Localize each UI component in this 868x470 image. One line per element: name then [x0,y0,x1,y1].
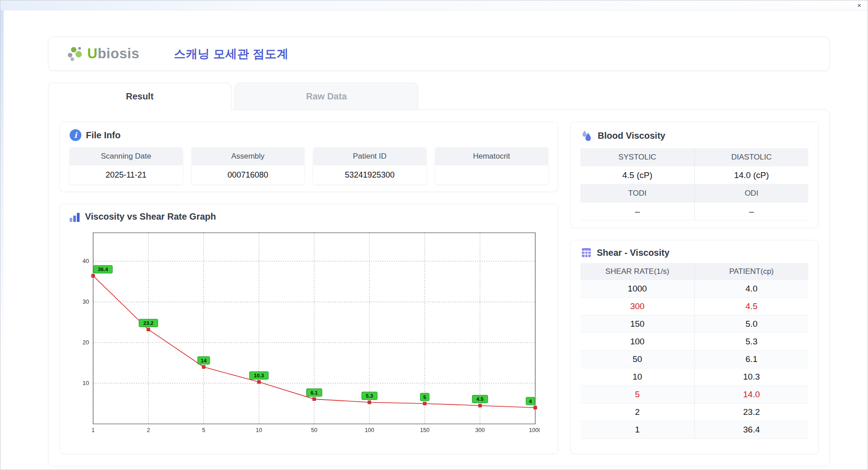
svg-text:14: 14 [201,358,207,363]
shear-rate-cell: 2 [580,404,695,421]
app-header-card: Ubiosis 스캐닝 모세관 점도계 [48,37,830,71]
tab-raw-data[interactable]: Raw Data [235,83,418,110]
svg-text:20: 20 [83,339,89,346]
blood-viscosity-header-cell: TODI [580,184,694,202]
blood-viscosity-header-cell: DIASTOLIC [694,148,809,166]
svg-text:30: 30 [83,298,89,305]
patient-viscosity-cell: 36.4 [695,421,809,438]
svg-text:10: 10 [83,380,89,386]
patient-viscosity-cell: 5.3 [695,333,809,350]
svg-text:100: 100 [365,427,374,433]
file-info-field: Scanning Date2025-11-21 [70,147,183,184]
table-row: 1010.3 [580,368,808,386]
brand-logo-icon [66,45,84,63]
blood-viscosity-title-row: Blood Viscosity [580,129,808,142]
svg-text:2: 2 [147,427,150,433]
shear-rate-cell: 10 [580,368,695,385]
table-body: 10004.03004.51505.01005.3506.11010.3514.… [580,280,808,439]
shear-viscosity-card: Shear - Viscosity SHEAR RATE(1/s)PATIENT… [570,240,819,454]
shear-rate-cell: 5 [580,386,695,403]
patient-viscosity-cell: 4.0 [695,280,809,297]
blood-viscosity-card: Blood Viscosity SYSTOLICDIASTOLIC4.5 (cP… [570,122,819,228]
viscosity-chart: 1020304036.423.21410.36.15.354.541251050… [70,227,540,442]
svg-text:4.5: 4.5 [476,396,484,402]
field-value: 53241925300 [313,165,426,184]
blood-viscosity-value-cell: – [580,202,694,221]
shear-viscosity-title: Shear - Viscosity [597,248,670,258]
table-row: 223.2 [580,404,808,421]
field-label: Patient ID [313,147,426,165]
blood-viscosity-header-row: SYSTOLICDIASTOLIC [580,148,808,166]
viscosity-graph-card: Viscosity vs Shear Rate Graph 1020304036… [59,204,558,454]
right-column: Blood Viscosity SYSTOLICDIASTOLIC4.5 (cP… [570,122,819,454]
field-value [435,165,548,184]
shear-rate-cell: 1000 [580,280,695,297]
svg-text:1: 1 [92,427,95,433]
file-info-title: File Info [86,130,121,141]
shear-rate-cell: 1 [580,421,695,438]
file-info-title-row: i File Info [70,129,548,141]
svg-text:1000: 1000 [529,427,540,433]
table-header-cell: PATIENT(cp) [694,263,809,280]
table-row: 1505.0 [580,315,808,333]
blood-viscosity-header-cell: ODI [694,184,809,202]
svg-text:4: 4 [529,399,532,404]
field-label: Hematocrit [435,147,548,165]
patient-viscosity-cell: 23.2 [695,404,809,421]
graph-title: Viscosity vs Shear Rate Graph [85,212,216,222]
svg-text:5: 5 [423,395,426,400]
droplet-icon [580,129,593,142]
svg-text:5: 5 [202,427,205,433]
graph-title-row: Viscosity vs Shear Rate Graph [70,212,548,222]
info-icon: i [70,129,81,141]
patient-viscosity-cell: 4.5 [695,298,809,315]
app-window: × Ubiosis 스캐닝 모세관 점도계 Result Raw Data [0,0,868,470]
patient-viscosity-cell: 5.0 [695,315,809,333]
patient-viscosity-cell: 6.1 [695,351,809,368]
blood-viscosity-grid: SYSTOLICDIASTOLIC4.5 (cP)14.0 (cP)TODIOD… [580,148,808,221]
close-button[interactable]: × [857,1,861,10]
svg-text:10.3: 10.3 [254,373,264,378]
table-row: 506.1 [580,351,808,368]
tab-result[interactable]: Result [48,83,231,110]
shear-viscosity-table: SHEAR RATE(1/s)PATIENT(cp)10004.03004.51… [580,263,808,439]
field-label: Scanning Date [70,147,183,165]
file-info-field: Assembly000716080 [192,147,305,184]
file-info-fields: Scanning Date2025-11-21Assembly000716080… [70,147,548,184]
svg-text:36.4: 36.4 [98,267,108,272]
shear-viscosity-title-row: Shear - Viscosity [580,247,808,258]
svg-text:40: 40 [83,258,89,264]
blood-viscosity-value-row: –– [580,202,808,221]
blood-viscosity-value-cell: – [694,202,809,221]
patient-viscosity-cell: 10.3 [695,368,809,385]
table-row: 3004.5 [580,298,808,315]
field-value: 000716080 [192,165,305,184]
table-grid-icon [580,247,592,258]
table-row: 10004.0 [580,280,808,298]
svg-text:23.2: 23.2 [143,320,153,326]
field-value: 2025-11-21 [70,165,183,184]
svg-text:6.1: 6.1 [311,390,318,395]
file-info-field: Hematocrit [435,147,548,184]
main-content: Ubiosis 스캐닝 모세관 점도계 Result Raw Data i Fi… [0,10,868,466]
svg-text:150: 150 [420,427,429,433]
shear-rate-cell: 150 [580,315,695,333]
left-column: i File Info Scanning Date2025-11-21Assem… [59,122,558,454]
blood-viscosity-value-cell: 14.0 (cP) [694,166,809,184]
blood-viscosity-title: Blood Viscosity [598,131,665,141]
table-row: 514.0 [580,386,808,404]
brand-name: Ubiosis [87,46,139,62]
svg-text:50: 50 [311,427,317,433]
field-label: Assembly [192,147,305,165]
tab-bar: Result Raw Data [48,83,830,110]
bar-chart-icon [70,212,80,222]
result-panel: i File Info Scanning Date2025-11-21Assem… [48,109,830,466]
brand-logo: Ubiosis [66,45,139,63]
blood-viscosity-header-cell: SYSTOLIC [580,148,694,166]
page-title: 스캐닝 모세관 점도계 [174,46,288,62]
table-header-cell: SHEAR RATE(1/s) [580,263,694,280]
blood-viscosity-value-row: 4.5 (cP)14.0 (cP) [580,166,808,184]
table-row: 136.4 [580,421,808,439]
table-row: 1005.3 [580,333,808,351]
svg-text:5.3: 5.3 [366,393,373,399]
